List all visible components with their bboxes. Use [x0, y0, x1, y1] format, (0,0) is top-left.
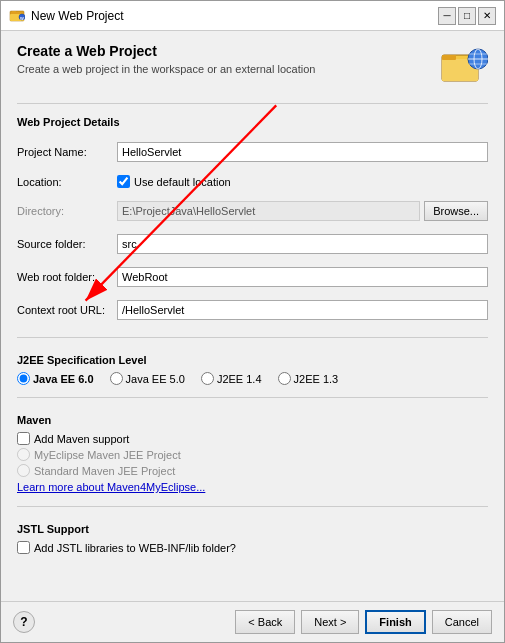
- jstl-section: JSTL Support Add JSTL libraries to WEB-I…: [17, 523, 488, 554]
- j2ee-section-title: J2EE Specification Level: [17, 354, 488, 366]
- next-button[interactable]: Next >: [301, 610, 359, 634]
- context-root-url-input[interactable]: [117, 300, 488, 320]
- title-bar-left: W New Web Project: [9, 8, 123, 24]
- minimize-button[interactable]: ─: [438, 7, 456, 25]
- j2ee-section: J2EE Specification Level Java EE 6.0 Jav…: [17, 354, 488, 385]
- j2ee-option-4-label: J2EE 1.3: [294, 373, 339, 385]
- add-maven-label: Add Maven support: [34, 433, 129, 445]
- bottom-right: < Back Next > Finish Cancel: [235, 610, 492, 634]
- source-folder-row: Source folder:: [17, 234, 488, 254]
- use-default-location-label: Use default location: [134, 176, 231, 188]
- svg-rect-9: [442, 55, 456, 60]
- maven-learn-more-link[interactable]: Learn more about Maven4MyEclipse...: [17, 481, 205, 493]
- j2ee-option-3-label: J2EE 1.4: [217, 373, 262, 385]
- title-bar-controls: ─ □ ✕: [438, 7, 496, 25]
- svg-text:W: W: [20, 15, 24, 20]
- browse-button[interactable]: Browse...: [424, 201, 488, 221]
- standard-maven-label: Standard Maven JEE Project: [34, 465, 175, 477]
- window-body: Create a Web Project Create a web projec…: [1, 31, 504, 601]
- j2ee-radio-group: Java EE 6.0 Java EE 5.0 J2EE 1.4 J2EE 1.…: [17, 372, 488, 385]
- use-default-location-checkbox-row: Use default location: [117, 175, 231, 188]
- header-text: Create a Web Project Create a web projec…: [17, 43, 440, 75]
- maven-section: Maven Add Maven support MyEclipse Maven …: [17, 414, 488, 494]
- context-root-url-label: Context root URL:: [17, 304, 117, 316]
- finish-button[interactable]: Finish: [365, 610, 425, 634]
- add-jstl-label: Add JSTL libraries to WEB-INF/lib folder…: [34, 542, 236, 554]
- maximize-button[interactable]: □: [458, 7, 476, 25]
- location-row: Location: Use default location: [17, 175, 488, 188]
- directory-row: Directory: Browse...: [17, 201, 488, 221]
- add-jstl-checkbox[interactable]: [17, 541, 30, 554]
- add-jstl-row: Add JSTL libraries to WEB-INF/lib folder…: [17, 541, 488, 554]
- header-section: Create a Web Project Create a web projec…: [17, 43, 488, 91]
- bottom-left: ?: [13, 611, 35, 633]
- separator-3: [17, 397, 488, 398]
- web-root-folder-label: Web root folder:: [17, 271, 117, 283]
- separator-1: [17, 103, 488, 104]
- web-root-folder-row: Web root folder:: [17, 267, 488, 287]
- window-title: New Web Project: [31, 9, 123, 23]
- project-name-input[interactable]: [117, 142, 488, 162]
- context-root-url-row: Context root URL:: [17, 300, 488, 320]
- source-folder-label: Source folder:: [17, 238, 117, 250]
- j2ee-option-1[interactable]: Java EE 6.0: [17, 372, 94, 385]
- bottom-bar: ? < Back Next > Finish Cancel: [1, 601, 504, 642]
- page-title: Create a Web Project: [17, 43, 440, 59]
- cancel-button[interactable]: Cancel: [432, 610, 492, 634]
- help-button[interactable]: ?: [13, 611, 35, 633]
- location-label: Location:: [17, 176, 117, 188]
- back-button[interactable]: < Back: [235, 610, 295, 634]
- directory-input: [117, 201, 420, 221]
- new-web-project-window: W New Web Project ─ □ ✕ Create a: [0, 0, 505, 643]
- j2ee-option-3[interactable]: J2EE 1.4: [201, 372, 262, 385]
- web-root-folder-input[interactable]: [117, 267, 488, 287]
- j2ee-option-2-label: Java EE 5.0: [126, 373, 185, 385]
- svg-rect-2: [12, 11, 16, 14]
- j2ee-option-4[interactable]: J2EE 1.3: [278, 372, 339, 385]
- separator-2: [17, 337, 488, 338]
- myeclipse-maven-label: MyEclipse Maven JEE Project: [34, 449, 181, 461]
- close-button[interactable]: ✕: [478, 7, 496, 25]
- j2ee-option-2[interactable]: Java EE 5.0: [110, 372, 185, 385]
- myeclipse-maven-row: MyEclipse Maven JEE Project: [17, 448, 488, 461]
- j2ee-option-1-label: Java EE 6.0: [33, 373, 94, 385]
- use-default-location-checkbox[interactable]: [117, 175, 130, 188]
- title-bar: W New Web Project ─ □ ✕: [1, 1, 504, 31]
- page-subtitle: Create a web project in the workspace or…: [17, 63, 440, 75]
- window-icon: W: [9, 8, 25, 24]
- maven-section-title: Maven: [17, 414, 488, 426]
- separator-4: [17, 506, 488, 507]
- main-content: Create a Web Project Create a web projec…: [1, 31, 504, 566]
- project-name-row: Project Name:: [17, 142, 488, 162]
- directory-label: Directory:: [17, 205, 117, 217]
- section-web-project-details-title: Web Project Details: [17, 116, 488, 128]
- folder-globe-icon: [440, 43, 488, 91]
- jstl-section-title: JSTL Support: [17, 523, 488, 535]
- standard-maven-row: Standard Maven JEE Project: [17, 464, 488, 477]
- project-name-label: Project Name:: [17, 146, 117, 158]
- add-maven-checkbox[interactable]: [17, 432, 30, 445]
- add-maven-row: Add Maven support: [17, 432, 488, 445]
- source-folder-input[interactable]: [117, 234, 488, 254]
